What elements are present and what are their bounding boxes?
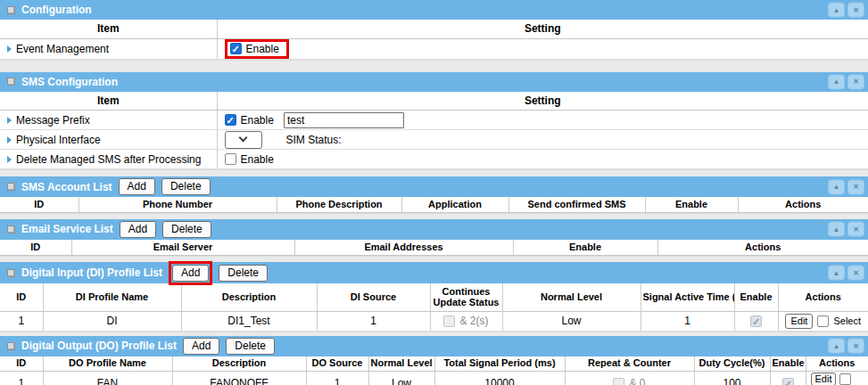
close-button[interactable]: ✕ [847,3,864,18]
message-prefix-input[interactable] [284,112,404,128]
section-header-do-profile-list: Digital Output (DO) Profile List Add Del… [0,336,868,356]
section-title-configuration: Configuration [21,4,92,16]
do-select-checkbox[interactable] [839,373,851,385]
column-header-id: ID [0,356,43,372]
column-header-repeat-counter: Repeat & Counter [565,356,694,372]
column-header-do-profile-name: DO Profile Name [43,356,172,372]
panel-window-icon [7,269,15,277]
di-profile-delete-button[interactable]: Delete [219,265,268,282]
column-header-actions: Actions [778,283,868,311]
message-prefix-enable-checkbox[interactable] [225,114,236,126]
column-header-actions: Actions [657,240,868,256]
do-repeat-counter-cell: & 0 [565,372,694,385]
do-edit-button[interactable]: Edit [811,373,837,385]
column-header-di-profile-name: DI Profile Name [43,283,181,311]
do-table-row: 1 FAN FANONOFF 1 Low 10000 & 0 100 Edit [0,372,868,385]
section-title-sms-configuration: SMS Configuration [21,76,118,88]
column-header-setting: Setting [217,92,868,111]
collapse-button[interactable]: ▲ [828,339,845,354]
collapse-button[interactable]: ▲ [828,3,845,18]
column-header-setting: Setting [217,20,868,38]
di-continues-update-cell: & 2(s) [430,311,502,331]
enable-checkbox-label: Enable [246,43,279,55]
column-header-enable: Enable [513,240,657,256]
collapse-button[interactable]: ▲ [828,74,845,89]
di-enable-cell [734,311,778,331]
panel-window-icon [7,78,15,86]
do-profile-delete-button[interactable]: Delete [226,338,275,355]
email-service-delete-button[interactable]: Delete [162,221,211,238]
section-title-sms-account-list: SMS Account List [21,181,112,193]
config-row-message-prefix: Message Prefix Enable [0,111,868,130]
section-header-configuration: Configuration ▲ ✕ [0,0,868,20]
config-row-delete-managed-sms: Delete Managed SMS after Processing Enab… [0,150,868,169]
section-gap [0,213,868,219]
repeat-counter-checkbox [613,378,624,385]
do-actions-cell: Edit Select [806,372,868,385]
sms-configuration-panel: SMS Configuration ▲ ✕ Item Setting Messa… [0,72,868,170]
close-button[interactable]: ✕ [847,179,864,194]
column-header-di-source: DI Source [317,283,430,311]
do-normal-level-cell: Low [368,372,434,385]
do-source-cell: 1 [306,372,368,385]
delete-managed-sms-enable-checkbox[interactable] [225,153,236,165]
do-description-cell: FANONOFF [172,372,306,385]
enable-checkbox-label: Enable [241,114,274,127]
di-edit-button[interactable]: Edit [785,314,813,329]
close-button[interactable]: ✕ [847,266,864,281]
section-header-sms-configuration: SMS Configuration ▲ ✕ [0,72,868,92]
column-header-normal-level: Normal Level [502,283,641,311]
sms-account-list-panel: SMS Account List Add Delete ▲ ✕ ID Phone… [0,176,868,213]
section-title-do-profile-list: Digital Output (DO) Profile List [21,340,177,352]
section-header-sms-account-list: SMS Account List Add Delete ▲ ✕ [0,176,868,197]
continues-update-value: & 2(s) [459,315,488,327]
event-management-enable-checkbox[interactable] [230,43,242,54]
do-name-cell: FAN [43,372,172,385]
section-gap [0,169,868,176]
column-header-enable: Enable [734,283,778,311]
collapse-button[interactable]: ▲ [828,266,845,281]
item-arrow-icon [7,136,12,143]
di-profile-add-button[interactable]: Add [172,265,209,282]
di-profile-list-panel: Digital Input (DI) Profile List Add Dele… [0,262,868,332]
configuration-panel: Configuration ▲ ✕ Item Setting Event Man… [0,0,868,60]
close-button[interactable]: ✕ [847,339,864,354]
column-header-id: ID [0,240,71,256]
column-header-normal-level: Normal Level [368,356,434,372]
chevron-down-icon [239,134,248,143]
di-name-cell: DI [43,311,181,331]
di-select-checkbox[interactable] [817,315,829,327]
close-button[interactable]: ✕ [847,74,864,89]
di-source-cell: 1 [317,311,430,331]
column-header-id: ID [0,197,79,212]
column-header-signal-active-time: Signal Active Time (s) [641,283,734,311]
item-label-event-management: Event Management [16,43,109,55]
sms-account-add-button[interactable]: Add [119,178,155,195]
panel-window-icon [7,183,15,191]
section-title-di-profile-list: Digital Input (DI) Profile List [21,266,162,279]
do-enable-cell [770,372,806,385]
config-row-physical-interface: Physical Interface SIM Status: [0,130,868,150]
section-header-email-service-list: Email Service List Add Delete ▲ ✕ [0,219,868,240]
column-header-send-confirmed-sms: Send confirmed SMS [508,197,645,212]
collapse-button[interactable]: ▲ [828,179,845,194]
sms-account-delete-button[interactable]: Delete [161,178,211,195]
section-gap [0,60,868,72]
enable-checkbox-label: Enable [241,153,274,166]
column-header-phone-description: Phone Description [277,197,401,212]
di-table-row: 1 DI DI1_Test 1 & 2(s) Low 1 Edit Select [0,311,868,331]
do-duty-cycle-cell: 100 [694,372,770,385]
item-arrow-icon [7,156,12,163]
item-arrow-icon [7,117,12,124]
di-id-cell: 1 [0,311,43,331]
column-header-actions: Actions [738,197,868,212]
collapse-button[interactable]: ▲ [828,222,845,237]
do-profile-list-panel: Digital Output (DO) Profile List Add Del… [0,336,868,385]
email-service-add-button[interactable]: Add [120,221,156,238]
do-profile-add-button[interactable]: Add [183,338,219,355]
close-button[interactable]: ✕ [847,222,864,237]
column-header-do-source: DO Source [306,356,368,372]
physical-interface-select[interactable] [225,131,262,149]
di-signal-active-time-cell: 1 [641,311,734,331]
repeat-counter-value: & 0 [629,377,645,385]
